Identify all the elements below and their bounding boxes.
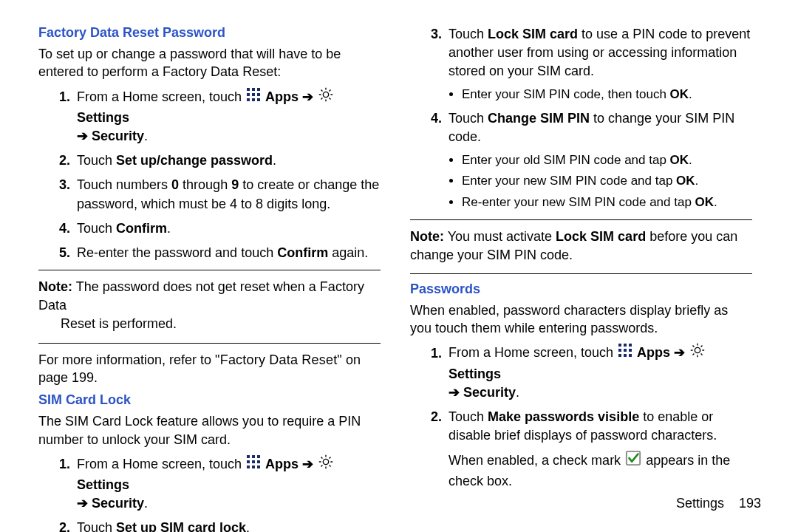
settings-gear-icon [318,86,334,108]
settings-label: Settings [77,110,129,125]
svg-rect-9 [257,98,260,101]
apps-grid-icon [618,343,632,363]
svg-rect-7 [247,98,250,101]
apps-label: Apps [265,89,299,104]
svg-rect-26 [629,349,632,352]
intro-fdrp: To set up or change a password that will… [38,45,381,81]
cross-reference: For more information, refer to "Factory … [38,351,381,387]
svg-rect-19 [257,466,260,468]
steps-passwords: From a Home screen, touch Apps ➔ Setting… [410,343,752,490]
svg-rect-27 [618,354,621,357]
heading-factory-data-reset-password: Factory Data Reset Password [38,25,381,41]
list-item: Touch Set up/change password. [74,151,381,170]
svg-rect-4 [247,93,250,96]
steps-fdrp: From a Home screen, touch Apps ➔ Setting… [38,87,381,263]
svg-rect-14 [247,460,250,463]
svg-rect-23 [629,344,632,347]
footer-section: Settings [676,496,724,511]
list-item: Touch Set up SIM card lock. [74,519,381,532]
settings-gear-icon [689,342,706,364]
intro-sim: The SIM Card Lock feature allows you to … [38,412,381,449]
svg-rect-8 [252,98,255,101]
apps-grid-icon [246,87,261,107]
manual-page: Factory Data Reset Password To set up or… [0,0,798,532]
svg-rect-12 [252,455,255,458]
svg-rect-15 [252,460,255,463]
heading-passwords: Passwords [410,282,752,297]
sub-bullets: Enter your SIM PIN code, then touch OK. [449,86,752,104]
svg-rect-18 [252,466,255,468]
list-item: From a Home screen, touch Apps ➔ Setting… [74,87,381,146]
divider [38,270,381,270]
steps-sim: From a Home screen, touch Apps ➔ Setting… [38,454,381,532]
divider [38,343,381,344]
steps-sim-continued: Touch Lock SIM card to use a PIN code to… [410,25,752,212]
list-item: Touch Confirm. [74,219,381,238]
checkmark-note: When enabled, a check mark appears in th… [449,451,752,490]
divider [410,273,752,274]
intro-passwords: When enabled, password characters displa… [410,301,752,338]
list-item: Enter your old SIM PIN code and tap OK. [462,151,752,170]
svg-rect-29 [629,354,632,357]
list-item: Enter your new SIM PIN code and tap OK. [462,172,752,191]
svg-rect-13 [257,455,260,458]
note-sim: Note: You must activate Lock SIM card be… [410,228,752,265]
divider [410,219,752,220]
svg-rect-22 [624,344,627,347]
svg-point-30 [695,348,700,353]
svg-point-10 [323,92,328,97]
list-item: Re-enter the password and touch Confirm … [74,244,381,262]
svg-rect-6 [257,93,260,96]
svg-rect-17 [247,466,250,468]
list-item: Touch Change SIM PIN to change your SIM … [446,109,752,211]
footer-page-number: 193 [739,496,761,511]
heading-sim-card-lock: SIM Card Lock [38,392,381,408]
svg-rect-16 [257,460,260,463]
note-fdrp: Note: The password does not get reset wh… [38,278,381,334]
svg-rect-3 [257,88,260,91]
svg-point-20 [323,459,328,464]
sub-bullets: Enter your old SIM PIN code and tap OK. … [449,151,752,212]
left-column: Factory Data Reset Password To set up or… [38,25,403,532]
list-item: Touch numbers 0 through 9 to create or c… [74,176,381,213]
svg-rect-21 [618,344,621,347]
svg-rect-25 [624,349,627,352]
apps-grid-icon [246,454,261,474]
list-item: Touch Make passwords visible to enable o… [446,408,752,490]
list-item: From a Home screen, touch Apps ➔ Setting… [74,454,381,514]
svg-rect-5 [252,93,255,96]
list-item: Touch Lock SIM card to use a PIN code to… [446,25,752,103]
svg-rect-1 [247,88,250,91]
list-item: Enter your SIM PIN code, then touch OK. [462,86,752,104]
right-column: Touch Lock SIM card to use a PIN code to… [403,25,767,532]
security-path: ➔ Security [77,129,144,143]
page-footer: Settings 193 [676,496,761,511]
list-item: From a Home screen, touch Apps ➔ Setting… [446,343,752,402]
svg-rect-2 [252,88,255,91]
svg-rect-11 [247,455,250,458]
checkmark-icon [625,450,641,471]
svg-rect-28 [624,354,627,357]
list-item: Re-enter your new SIM PIN code and tap O… [462,194,752,212]
settings-gear-icon [318,454,334,475]
svg-rect-24 [618,349,621,352]
